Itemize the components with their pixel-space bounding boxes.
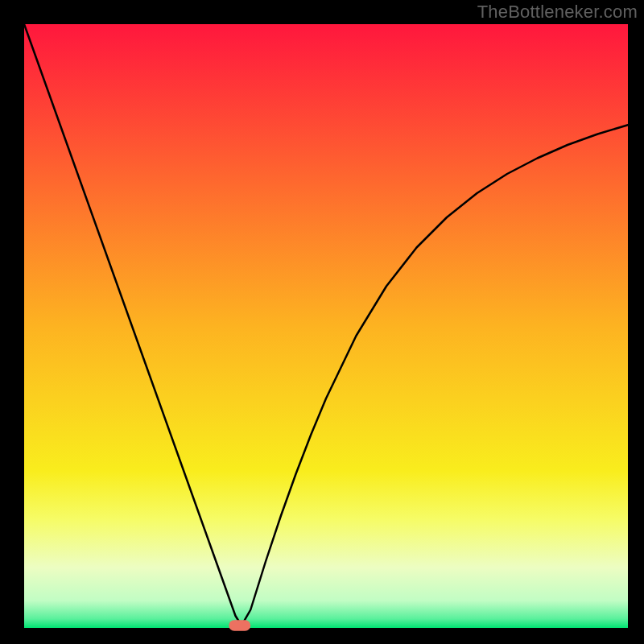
attribution-text: TheBottleneker.com: [477, 2, 638, 23]
bottleneck-chart: [0, 0, 644, 644]
optimal-marker: [229, 620, 250, 631]
plot-background: [24, 24, 628, 628]
chart-container: TheBottleneker.com: [0, 0, 644, 644]
